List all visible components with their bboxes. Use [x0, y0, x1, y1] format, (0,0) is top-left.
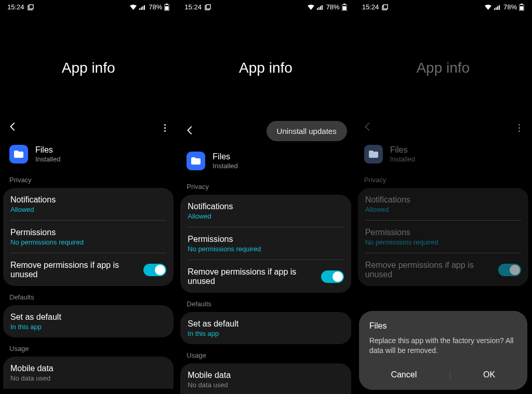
section-privacy-label: Privacy — [355, 173, 531, 188]
notifications-status: Allowed — [365, 206, 521, 213]
app-icon — [9, 145, 28, 164]
svg-rect-13 — [320, 6, 321, 10]
svg-rect-22 — [497, 6, 498, 10]
section-privacy-label: Privacy — [0, 173, 177, 188]
privacy-card: Notifications Allowed Permissions No per… — [3, 188, 174, 286]
app-name: Files — [212, 152, 237, 161]
folder-icon — [14, 150, 24, 158]
svg-rect-17 — [342, 6, 346, 10]
toolbar: Uninstall updates — [177, 118, 354, 148]
uninstall-updates-menu-item[interactable]: Uninstall updates — [267, 121, 347, 141]
set-default-row[interactable]: Set as default In this app — [180, 312, 351, 344]
battery-icon — [342, 4, 347, 11]
screenshot-indicator-icon — [205, 4, 211, 10]
usage-card: Mobile data No data used — [3, 357, 174, 389]
permissions-row[interactable]: Permissions No permissions required — [3, 221, 174, 253]
more-vertical-icon — [160, 123, 169, 132]
svg-rect-19 — [383, 5, 388, 9]
folder-icon — [191, 157, 201, 165]
svg-rect-1 — [29, 5, 33, 9]
svg-rect-26 — [520, 6, 523, 10]
notifications-row[interactable]: Notifications Allowed — [3, 188, 174, 220]
status-bar: 15:24 78% — [355, 0, 531, 13]
wifi-icon — [307, 4, 315, 10]
status-battery-text: 78% — [503, 3, 517, 11]
remove-permissions-toggle[interactable] — [143, 264, 166, 276]
svg-rect-11 — [317, 8, 318, 10]
status-battery-text: 78% — [326, 3, 340, 11]
mobile-data-sub: No data used — [10, 374, 166, 382]
signal-icon — [494, 4, 501, 10]
status-bar: 15:24 78% — [177, 0, 354, 13]
battery-icon — [519, 4, 524, 11]
overflow-menu-button[interactable] — [160, 123, 169, 132]
confirm-dialog: Files Replace this app with the factory … — [359, 311, 527, 390]
folder-icon — [368, 150, 379, 158]
page-header: App info — [0, 13, 177, 118]
divider — [450, 370, 450, 379]
more-vertical-icon — [515, 123, 524, 132]
battery-icon — [164, 4, 169, 11]
dialog-message: Replace this app with the factory versio… — [369, 336, 517, 356]
mobile-data-row[interactable]: Mobile data No data used — [3, 357, 174, 389]
set-default-title: Set as default — [10, 313, 166, 322]
app-header-row[interactable]: Files Installed — [0, 142, 177, 173]
signal-icon — [139, 4, 147, 10]
page-header: App info — [355, 13, 531, 118]
svg-rect-2 — [139, 8, 140, 10]
notifications-row[interactable]: Notifications Allowed — [180, 195, 351, 227]
screen-1: 15:24 78% App info Files Installed Priva… — [0, 0, 177, 394]
permissions-status: No permissions required — [10, 238, 166, 246]
set-default-row[interactable]: Set as default In this app — [3, 305, 174, 337]
back-button[interactable] — [184, 125, 196, 138]
screenshot-indicator-icon — [382, 4, 388, 10]
section-usage-label: Usage — [177, 344, 354, 363]
permissions-status: No permissions required — [365, 238, 521, 246]
app-icon — [187, 152, 205, 170]
remove-permissions-title: Remove permissions if app is unused — [188, 267, 314, 286]
app-name: Files — [390, 145, 415, 155]
page-header: App info — [177, 13, 354, 118]
svg-rect-23 — [499, 5, 500, 10]
notifications-status: Allowed — [188, 212, 343, 220]
ok-button[interactable]: OK — [473, 367, 506, 383]
screen-3: 15:24 78% App info Files Installed Priva… — [355, 0, 532, 394]
remove-permissions-row[interactable]: Remove permissions if app is unused — [3, 253, 174, 286]
toolbar — [0, 118, 177, 142]
remove-permissions-toggle[interactable] — [321, 270, 344, 283]
notifications-title: Notifications — [10, 195, 166, 205]
svg-rect-3 — [141, 7, 142, 10]
section-usage-label: Usage — [0, 337, 177, 357]
screenshot-indicator-icon — [28, 4, 34, 10]
svg-rect-12 — [318, 7, 320, 10]
app-install-status: Installed — [35, 155, 60, 163]
mobile-data-title: Mobile data — [10, 364, 166, 373]
permissions-row[interactable]: Permissions No permissions required — [180, 227, 351, 260]
mobile-data-row[interactable]: Mobile data No data used — [180, 363, 351, 394]
back-button[interactable] — [7, 121, 19, 134]
privacy-card: Notifications Allowed Permissions No per… — [358, 188, 528, 286]
set-default-title: Set as default — [188, 319, 343, 329]
svg-rect-10 — [206, 5, 210, 9]
remove-permissions-row[interactable]: Remove permissions if app is unused — [180, 260, 351, 293]
notifications-title: Notifications — [365, 195, 521, 205]
set-default-sub: In this app — [10, 323, 166, 331]
notifications-status: Allowed — [10, 206, 166, 213]
app-header-row[interactable]: Files Installed — [177, 148, 354, 180]
svg-rect-14 — [322, 5, 323, 10]
svg-rect-4 — [142, 6, 143, 10]
back-button — [362, 121, 374, 134]
cancel-button[interactable]: Cancel — [380, 367, 427, 383]
dialog-actions: Cancel OK — [369, 367, 517, 383]
usage-card: Mobile data No data used — [180, 363, 351, 394]
mobile-data-sub: No data used — [188, 381, 343, 389]
signal-icon — [317, 4, 324, 10]
permissions-title: Permissions — [10, 228, 166, 237]
set-default-sub: In this app — [188, 330, 343, 337]
defaults-card: Set as default In this app — [3, 305, 174, 337]
page-title: App info — [177, 60, 354, 76]
svg-rect-8 — [165, 6, 169, 10]
page-title: App info — [0, 60, 177, 76]
app-name: Files — [35, 145, 60, 155]
svg-rect-20 — [494, 8, 495, 10]
